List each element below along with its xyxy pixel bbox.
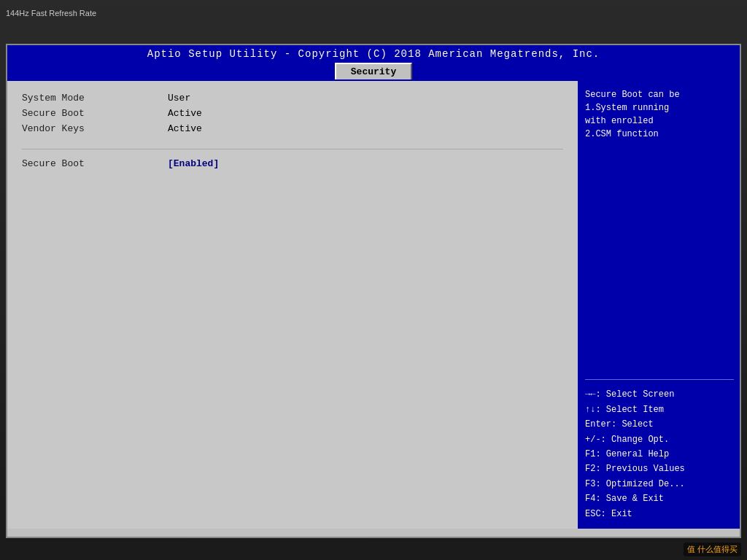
secure-boot-status-value: Active [168, 108, 202, 119]
shortcut-f4: F4: Save & Exit [585, 491, 734, 506]
shortcut-select-item: ↑↓: Select Item [585, 402, 734, 417]
table-row: Vendor Keys Active [22, 123, 563, 134]
monitor-label: 144Hz Fast Refresh Rate [6, 9, 96, 18]
secure-boot-setting-row[interactable]: Secure Boot [Enabled] [22, 158, 563, 169]
main-panel: System Mode User Secure Boot Active Vend… [7, 81, 579, 529]
active-tab[interactable]: Security [335, 63, 412, 79]
vendor-keys-value: Active [168, 123, 202, 134]
help-line-1: Secure Boot can be [585, 88, 734, 101]
shortcut-esc: ESC: Exit [585, 507, 734, 521]
secure-boot-setting-label: Secure Boot [22, 158, 168, 169]
table-row: Secure Boot Active [22, 108, 563, 119]
secure-boot-status-label: Secure Boot [22, 108, 168, 119]
shortcut-f1: F1: General Help [585, 447, 734, 462]
shortcut-change: +/-: Change Opt. [585, 432, 734, 447]
help-line-2: 1.System running [585, 101, 734, 114]
tab-bar: Security [7, 63, 740, 79]
shortcut-enter: Enter: Select [585, 417, 734, 432]
table-row: System Mode User [22, 93, 563, 104]
bios-screen: Aptio Setup Utility - Copyright (C) 2018… [6, 44, 741, 538]
help-panel: Secure Boot can be 1.System running with… [579, 81, 740, 529]
help-line-4: 2.CSM function [585, 128, 734, 141]
secure-boot-setting-value: [Enabled] [168, 158, 219, 169]
info-table: System Mode User Secure Boot Active Vend… [22, 93, 563, 134]
vendor-keys-label: Vendor Keys [22, 123, 168, 134]
system-mode-label: System Mode [22, 93, 168, 104]
divider [22, 149, 563, 149]
title-bar: Aptio Setup Utility - Copyright (C) 2018… [7, 45, 740, 63]
shortcut-f2: F2: Previous Values [585, 462, 734, 476]
shortcut-select-screen: →←: Select Screen [585, 387, 734, 402]
help-divider [585, 379, 734, 380]
shortcut-f3: F3: Optimized De... [585, 477, 734, 491]
watermark: 值 什么值得买 [684, 542, 741, 556]
help-line-3: with enrolled [585, 114, 734, 128]
system-mode-value: User [168, 93, 190, 104]
content-wrapper: System Mode User Secure Boot Active Vend… [7, 79, 740, 529]
shortcut-section: →←: Select Screen ↑↓: Select Item Enter:… [585, 387, 734, 521]
help-text: Secure Boot can be 1.System running with… [585, 88, 734, 372]
